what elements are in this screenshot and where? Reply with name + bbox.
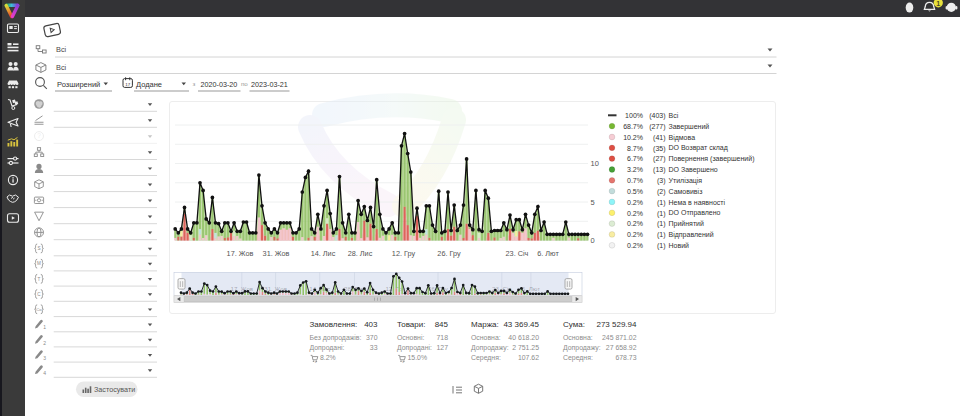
svg-text:17. Жов: 17. Жов: [230, 285, 253, 292]
svg-text:(1): (1): [657, 231, 666, 239]
svg-text:DO Завершено: DO Завершено: [669, 166, 718, 174]
svg-text:3.2%: 3.2%: [627, 166, 643, 173]
svg-text:68.7%: 68.7%: [623, 123, 643, 130]
svg-text:(13): (13): [653, 166, 665, 174]
svg-text:DO Возврат склад: DO Возврат склад: [669, 144, 728, 152]
svg-text:Новий: Новий: [669, 242, 690, 249]
svg-text:Прийнятий: Прийнятий: [669, 220, 705, 228]
svg-text:14. Лис: 14. Лис: [311, 249, 336, 258]
svg-text:0.7%: 0.7%: [627, 177, 643, 184]
svg-text:(1): (1): [657, 242, 666, 250]
svg-text:Утилізація: Утилізація: [669, 177, 703, 185]
svg-text:(27): (27): [653, 155, 665, 163]
svg-text:6. Лют: 6. Лют: [537, 249, 559, 258]
svg-text:0.2%: 0.2%: [627, 231, 643, 238]
svg-text:(1): (1): [657, 210, 666, 218]
svg-text:0.5%: 0.5%: [627, 188, 643, 195]
svg-text:0: 0: [591, 236, 595, 245]
svg-text:(3): (3): [657, 177, 666, 185]
svg-text:0.2%: 0.2%: [627, 242, 643, 249]
svg-text:(35): (35): [653, 145, 665, 153]
svg-text:(277): (277): [649, 123, 665, 131]
svg-text:(1): (1): [657, 199, 666, 207]
svg-text:0.2%: 0.2%: [627, 220, 643, 227]
svg-text:100%: 100%: [625, 112, 643, 119]
svg-text:DO Отправлено: DO Отправлено: [669, 209, 721, 217]
svg-text:(403): (403): [649, 112, 665, 120]
svg-text:(41): (41): [653, 134, 665, 142]
svg-text:12. Гру: 12. Гру: [392, 249, 416, 258]
svg-text:Відмова: Відмова: [669, 134, 696, 142]
svg-text:Всі: Всі: [669, 112, 679, 119]
svg-text:Повернення (завершений): Повернення (завершений): [669, 155, 755, 163]
svg-text:28. Лис: 28. Лис: [348, 249, 373, 258]
svg-text:17. Жов: 17. Жов: [227, 249, 254, 258]
svg-text:6. Лют: 6. Лют: [522, 285, 540, 292]
svg-text:(1): (1): [657, 220, 666, 228]
svg-text:(2): (2): [657, 188, 666, 196]
svg-text:26. Гру: 26. Гру: [437, 249, 461, 258]
svg-text:8.7%: 8.7%: [627, 145, 643, 152]
svg-text:10: 10: [591, 159, 599, 168]
svg-text:23. Січ: 23. Січ: [506, 249, 529, 258]
svg-text:31. Жов: 31. Жов: [263, 249, 290, 258]
svg-text:5: 5: [591, 198, 595, 207]
svg-text:0.2%: 0.2%: [627, 199, 643, 206]
svg-text:Відправлений: Відправлений: [669, 231, 714, 239]
svg-text:0.2%: 0.2%: [627, 210, 643, 217]
svg-text:Самовивіз: Самовивіз: [669, 188, 703, 195]
svg-text:Завершений: Завершений: [669, 123, 710, 131]
svg-text:Нема в наявності: Нема в наявності: [669, 199, 726, 206]
svg-text:6.7%: 6.7%: [627, 155, 643, 162]
svg-text:10.2%: 10.2%: [623, 134, 643, 141]
